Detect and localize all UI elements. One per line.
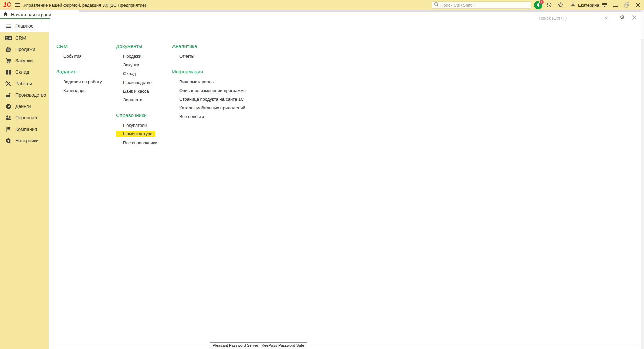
minimize-icon[interactable] (613, 6, 618, 7)
sidebar-item-menu[interactable]: Главное (0, 19, 49, 32)
panel-close-icon[interactable] (632, 15, 637, 20)
sidebar-item-label: Производство (15, 92, 46, 98)
taskbar-tooltip: Pleasant Password Server - KeePass Passw… (210, 342, 307, 348)
main-menu-icon[interactable] (15, 3, 20, 7)
menu-icon (5, 23, 12, 29)
menu-item[interactable]: Все новости (172, 112, 273, 121)
window-scrollbar[interactable] (641, 10, 644, 349)
menu-section-title: Аналитика (172, 43, 273, 50)
home-icon (3, 12, 8, 18)
menu-item[interactable]: Страница продукта на сайте 1С (172, 95, 273, 103)
menu-item-label: Отчеты (179, 54, 194, 59)
menu-item[interactable]: Номенклатура (116, 130, 170, 138)
sidebar-item-settings[interactable]: Настройки (0, 135, 49, 146)
menu-search-input[interactable] (539, 16, 601, 21)
scrollbar-thumb[interactable] (641, 12, 644, 39)
sidebar-item-staff[interactable]: Персонал (0, 112, 49, 123)
menu-item-label: Календарь (63, 88, 86, 93)
menu-item-label: Производство (123, 80, 152, 85)
menu-item-label: Склад (123, 71, 136, 76)
menu-section: ИнформацияВидеоматериалыОписание изменен… (172, 68, 273, 121)
sidebar-item-company[interactable]: Компания (0, 123, 49, 135)
menu-item[interactable]: Зарплата (116, 95, 170, 104)
menu-item[interactable]: Задания на работу (56, 77, 113, 86)
menu-section: ЗаданияЗадания на работуКалендарь (56, 68, 113, 95)
menu-section-title: Информация (172, 68, 273, 75)
menu-item[interactable]: Все справочники (116, 138, 170, 147)
production-icon (5, 92, 12, 98)
favorites-star-icon[interactable] (558, 2, 564, 8)
crm-icon (5, 35, 12, 41)
menu-item[interactable]: Отчеты (172, 52, 273, 60)
window-title: Управление нашей фирмой, редакция 3.0 (1… (23, 0, 146, 10)
history-icon[interactable] (546, 2, 552, 8)
menu-item[interactable]: Описание изменений программы (172, 86, 273, 95)
menu-item[interactable]: Календарь (56, 86, 113, 95)
menu-search[interactable] (537, 15, 603, 21)
menu-column: ДокументыПродажиЗакупкиСкладПроизводство… (116, 43, 170, 155)
menu-section: ДокументыПродажиЗакупкиСкладПроизводство… (116, 43, 170, 104)
sidebar-item-money[interactable]: Деньги (0, 101, 49, 112)
menu-item[interactable]: Каталог мобильных приложений (172, 103, 273, 112)
menu-item[interactable]: Банк и касса (116, 87, 170, 95)
menu-item[interactable]: Видеоматериалы (172, 77, 273, 86)
tab-home-page[interactable]: Начальная страни (0, 10, 79, 19)
menu-item-label: Страница продукта на сайте 1С (179, 97, 244, 102)
menu-section-title: Документы (116, 43, 170, 50)
sidebar-item-works[interactable]: Работы (0, 78, 49, 89)
menu-item[interactable]: Покупатели (116, 121, 170, 130)
sidebar-item-label: Настройки (15, 138, 39, 143)
sidebar-item-sales[interactable]: Продажи (0, 44, 49, 55)
notification-badge: 1 (539, 0, 544, 4)
menu-item-label: События (62, 53, 83, 59)
notifications-bell-icon[interactable]: 1 (534, 1, 543, 10)
menu-item-label: Описание изменений программы (179, 88, 246, 93)
menu-section-title: Справочники (116, 112, 170, 119)
sections-sidebar: ГлавноеCRMПродажиЗакупкиСкладРаботыПроиз… (0, 19, 49, 349)
menu-item[interactable]: Склад (116, 69, 170, 78)
menu-item-label: Банк и касса (123, 89, 149, 94)
menu-item-label: Номенклатура (116, 131, 155, 137)
menu-item[interactable]: Производство (116, 78, 170, 87)
menu-item-label: Все новости (179, 114, 204, 119)
menu-section-title: Задания (56, 68, 113, 75)
sidebar-item-warehouse[interactable]: Склад (0, 66, 49, 78)
settings-icon (5, 138, 12, 144)
sidebar-item-purchases[interactable]: Закупки (0, 55, 49, 66)
sidebar-item-production[interactable]: Производство (0, 89, 49, 101)
warehouse-icon (5, 69, 12, 75)
menu-section: СправочникиПокупателиНоменклатураВсе спр… (116, 112, 170, 147)
sidebar-item-label: CRM (15, 35, 26, 41)
sidebar-item-label: Компания (15, 127, 37, 132)
purchases-icon (5, 58, 12, 64)
search-icon (434, 2, 439, 8)
sidebar-item-label: Деньги (15, 104, 31, 109)
1c-logo: 1С (3, 1, 11, 9)
menu-section-title: CRM (56, 43, 113, 50)
menu-column: CRMСобытияЗаданияЗадания на работуКаленд… (56, 43, 113, 103)
menu-item[interactable]: Закупки (116, 60, 170, 69)
works-icon (5, 81, 12, 87)
restore-icon[interactable] (624, 2, 630, 8)
staff-icon (5, 115, 12, 121)
menu-column: АналитикаОтчетыИнформацияВидеоматериалыО… (172, 43, 273, 129)
sidebar-item-label: Продажи (15, 47, 35, 52)
menu-item[interactable]: Продажи (116, 52, 170, 60)
menu-item-label: Все справочники (123, 140, 157, 145)
menu-item[interactable]: События (56, 52, 113, 60)
close-icon[interactable] (635, 2, 641, 8)
money-icon (5, 104, 12, 109)
menu-item-label: Покупатели (123, 123, 147, 128)
search-clear-icon[interactable]: × (603, 15, 610, 21)
gear-icon[interactable]: ⚙ (620, 14, 625, 21)
menu-item-label: Видеоматериалы (179, 79, 215, 84)
sidebar-item-label: Персонал (15, 115, 37, 120)
sidebar-item-crm[interactable]: CRM (0, 32, 49, 44)
service-menu-icon[interactable] (602, 3, 607, 7)
global-search-input[interactable] (440, 3, 524, 8)
menu-item-label: Закупки (123, 62, 139, 67)
user-icon[interactable] (570, 2, 576, 8)
function-menu-panel: × ⚙ CRMСобытияЗаданияЗадания на работуКа… (49, 12, 641, 346)
current-user-name[interactable]: Екатерина (578, 0, 599, 10)
global-search[interactable] (432, 1, 531, 9)
